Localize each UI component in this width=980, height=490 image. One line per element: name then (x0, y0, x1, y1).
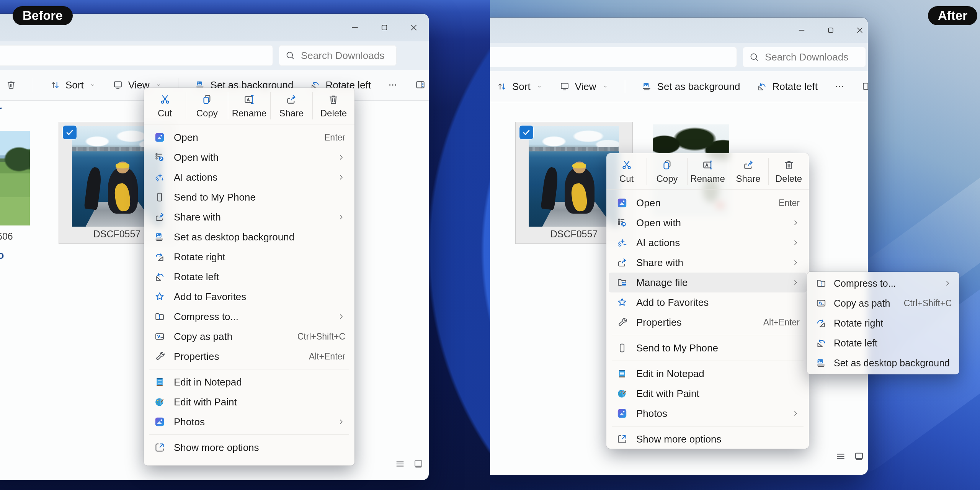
maximize-button[interactable] (376, 19, 393, 36)
menu-item-open-with[interactable]: Open with (606, 213, 809, 233)
cut-icon (620, 158, 633, 172)
toolbar-sort-button[interactable]: Sort (496, 81, 543, 93)
file-label[interactable]: 606 (0, 231, 13, 242)
menu-item-show-more-options[interactable]: Show more options (144, 438, 354, 457)
command-label: Cut (158, 108, 172, 119)
menu-item-copy-as-path[interactable]: Copy as pathCtrl+Shift+C (144, 327, 354, 346)
menu-item-rotate-right[interactable]: Rotate right (807, 313, 959, 333)
selected-checkbox[interactable] (519, 126, 533, 139)
delete-button[interactable]: Delete (313, 88, 354, 124)
file-thumbnail-606[interactable] (0, 131, 30, 225)
copy-button[interactable]: Copy (647, 153, 687, 189)
menu-item-rotate-left[interactable]: Rotate left (807, 333, 959, 353)
toolbar-ellipsis-button[interactable] (387, 79, 399, 91)
close-button[interactable] (853, 23, 867, 38)
list-view-icon[interactable] (835, 451, 846, 462)
menu-item-properties[interactable]: PropertiesAlt+Enter (606, 312, 809, 332)
share-icon (742, 158, 755, 172)
close-button[interactable] (405, 19, 423, 36)
titlebar[interactable] (490, 18, 868, 43)
menu-item-edit-with-paint[interactable]: Edit with Paint (144, 392, 354, 412)
menu-separator (149, 369, 349, 369)
show-more-icon (616, 433, 629, 445)
copy-button[interactable]: Copy (186, 88, 228, 124)
menu-item-edit-with-paint[interactable]: Edit with Paint (606, 384, 809, 403)
menu-item-set-as-desktop-background[interactable]: Set as desktop background (144, 227, 354, 247)
address-bar[interactable]: ls (0, 45, 273, 66)
menu-item-ai-actions[interactable]: AI actions (144, 167, 354, 187)
selected-checkbox[interactable] (63, 126, 77, 139)
menu-item-manage-file[interactable]: Manage file (609, 273, 807, 292)
search-box[interactable] (279, 45, 397, 66)
cut-button[interactable]: Cut (606, 153, 647, 189)
menu-item-label: Add to Favorites (174, 291, 345, 303)
toolbar-set-as-background-button[interactable]: Set as background (641, 81, 740, 93)
caption-buttons (794, 18, 867, 43)
menu-item-share-with[interactable]: Share with (606, 253, 809, 273)
cut-button[interactable]: Cut (144, 88, 186, 124)
menu-item-open[interactable]: OpenEnter (144, 127, 354, 147)
list-view-icon[interactable] (394, 458, 406, 470)
menu-item-add-to-favorites[interactable]: Add to Favorites (144, 287, 354, 307)
menu-item-properties[interactable]: PropertiesAlt+Enter (144, 346, 354, 366)
menu-item-open-with[interactable]: Open with (144, 147, 354, 167)
toolbar-divider (33, 78, 33, 92)
properties-icon (153, 350, 166, 363)
toolbar-delete-button[interactable] (5, 79, 17, 91)
compress-icon (815, 277, 828, 289)
chevron-right-icon (337, 312, 345, 321)
share-button[interactable]: Share (728, 153, 768, 189)
menu-item-edit-in-notepad[interactable]: Edit in Notepad (144, 372, 354, 392)
delete-button[interactable]: Delete (769, 153, 809, 189)
menu-item-rotate-left[interactable]: Rotate left (144, 267, 354, 287)
menu-item-photos[interactable]: Photos (144, 412, 354, 432)
menu-item-add-to-favorites[interactable]: Add to Favorites (606, 292, 809, 312)
share-button[interactable]: Share (271, 88, 312, 124)
group-header-fragment[interactable]: r (0, 104, 2, 116)
menu-item-send-to-my-phone[interactable]: Send to My Phone (144, 187, 354, 207)
phone-icon (153, 191, 166, 203)
menu-item-share-with[interactable]: Share with (144, 207, 354, 227)
toolbar-details-button[interactable]: Details (861, 81, 868, 93)
rename-button[interactable]: Rename (688, 153, 728, 189)
menu-item-send-to-my-phone[interactable]: Send to My Phone (606, 338, 809, 358)
menu-item-open[interactable]: OpenEnter (606, 193, 809, 213)
rename-button[interactable]: Rename (228, 88, 270, 124)
toolbar-view-button[interactable]: View (559, 81, 609, 93)
address-bar[interactable] (490, 47, 737, 67)
menu-item-photos[interactable]: Photos (606, 403, 809, 423)
menu-item-rotate-right[interactable]: Rotate right (144, 247, 354, 267)
menu-item-compress-to[interactable]: Compress to... (807, 273, 959, 293)
menu-item-copy-as-path[interactable]: Copy as pathCtrl+Shift+C (807, 293, 959, 313)
toolbar-ellipsis-button[interactable] (834, 81, 845, 92)
toolbar-rotate-left-button[interactable]: Rotate left (756, 81, 818, 93)
menu-item-compress-to[interactable]: Compress to... (144, 307, 354, 327)
search-input[interactable] (765, 51, 860, 63)
menu-item-label: Edit with Paint (174, 396, 345, 408)
address-row: ls (0, 41, 429, 70)
menu-item-label: Copy as path (834, 298, 898, 309)
minimize-button[interactable] (794, 23, 809, 38)
check-icon (65, 127, 75, 137)
thumbnail-view-icon[interactable] (853, 451, 865, 462)
notepad-icon (616, 368, 629, 380)
menu-item-set-as-desktop-background[interactable]: Set as desktop background (807, 353, 959, 373)
group-header-fragment[interactable]: o (0, 250, 4, 261)
copy-icon (661, 158, 674, 172)
menu-item-ai-actions[interactable]: AI actions (606, 233, 809, 253)
menu-item-edit-in-notepad[interactable]: Edit in Notepad (606, 364, 809, 384)
close-icon (409, 23, 419, 33)
menu-item-show-more-options[interactable]: Show more options (606, 429, 809, 449)
toolbar-sort-button[interactable]: Sort (49, 79, 96, 91)
toolbar-details-button[interactable]: Details (415, 79, 429, 91)
search-box[interactable] (743, 47, 866, 67)
ellipsis-icon (834, 81, 845, 92)
search-input[interactable] (301, 50, 390, 62)
maximize-button[interactable] (823, 23, 838, 38)
open-icon (153, 131, 166, 144)
chevron-right-icon (791, 409, 800, 418)
command-label: Cut (619, 173, 634, 184)
chevron-right-icon (337, 213, 345, 221)
minimize-button[interactable] (346, 19, 364, 36)
thumbnail-view-icon[interactable] (413, 458, 424, 470)
